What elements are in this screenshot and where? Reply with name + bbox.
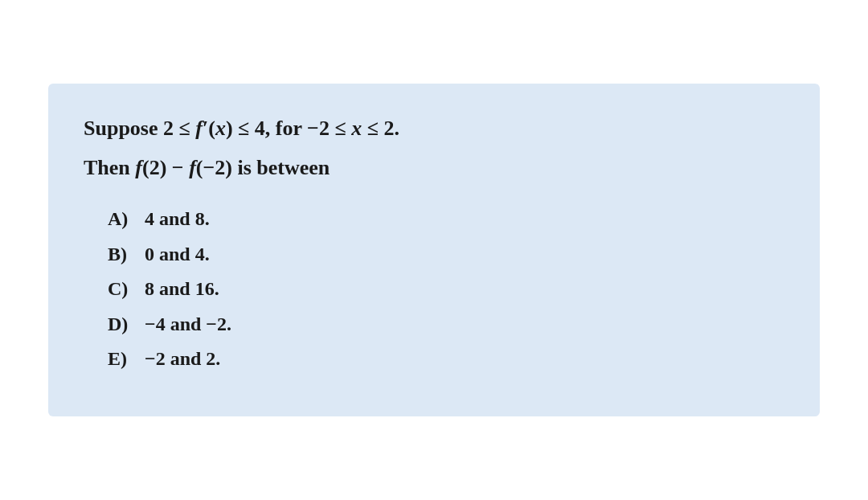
option-a-label: A) — [108, 206, 133, 233]
option-e-value: −2 and 2. — [145, 346, 220, 373]
option-a: A) 4 and 8. — [108, 206, 784, 233]
question-line1: Suppose 2 ≤ f′(x) ≤ 4, for −2 ≤ x ≤ 2. — [84, 113, 784, 144]
question-card: Suppose 2 ≤ f′(x) ≤ 4, for −2 ≤ x ≤ 2. T… — [48, 84, 820, 416]
options-list: A) 4 and 8. B) 0 and 4. C) 8 and 16. D) … — [84, 206, 784, 373]
outer-container: Suppose 2 ≤ f′(x) ≤ 4, for −2 ≤ x ≤ 2. T… — [48, 68, 820, 432]
option-d: D) −4 and −2. — [108, 311, 784, 338]
option-e: E) −2 and 2. — [108, 346, 784, 373]
option-c-label: C) — [108, 276, 133, 303]
option-d-value: −4 and −2. — [145, 311, 231, 338]
option-c: C) 8 and 16. — [108, 276, 784, 303]
option-c-value: 8 and 16. — [145, 276, 219, 303]
option-d-label: D) — [108, 311, 133, 338]
option-b-label: B) — [108, 241, 133, 268]
option-e-label: E) — [108, 346, 133, 373]
option-b-value: 0 and 4. — [145, 241, 210, 268]
question-line2: Then f(2) − f(−2) is between — [84, 152, 784, 183]
option-a-value: 4 and 8. — [145, 206, 210, 233]
option-b: B) 0 and 4. — [108, 241, 784, 268]
